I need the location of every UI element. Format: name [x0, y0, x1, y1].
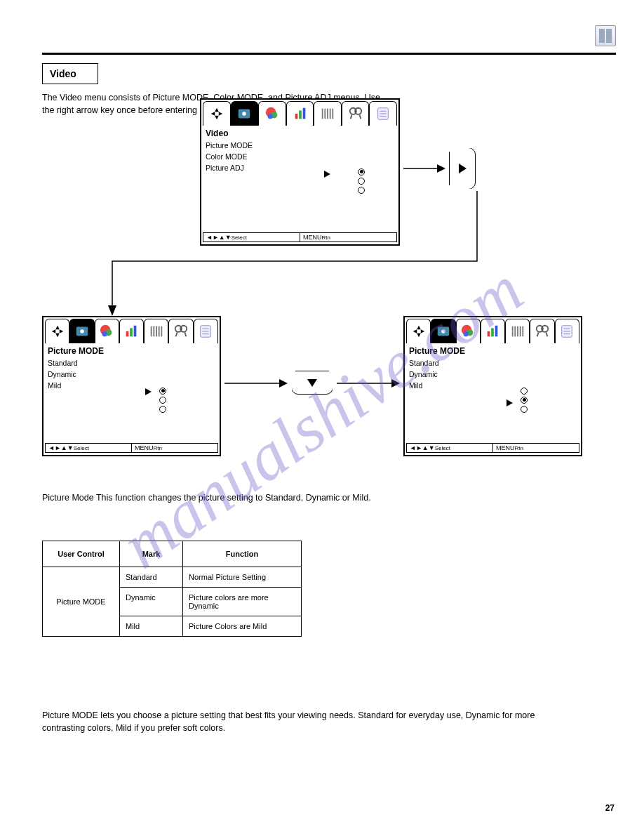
tab-tuning	[144, 319, 168, 343]
svg-marker-24	[437, 164, 445, 173]
menu-screen-sub-right: Picture MODE Standard Dynamic Mild ◄►▲▼ …	[403, 316, 582, 456]
tab-move	[45, 319, 69, 343]
selection-arrow-icon	[507, 399, 513, 406]
svg-rect-39	[153, 326, 154, 337]
footer-right: Rtn	[515, 445, 523, 451]
svg-rect-36	[130, 328, 133, 336]
header-section-icon	[595, 25, 616, 46]
svg-marker-56	[420, 329, 424, 333]
svg-marker-3	[219, 112, 223, 116]
td-func-0: Normal Picture Setting	[183, 567, 302, 588]
main-item-0: Picture MODE	[206, 141, 394, 150]
svg-rect-13	[325, 109, 326, 119]
radio-mild	[159, 406, 166, 413]
right-arrow-key[interactable]	[449, 147, 476, 190]
radio-mild	[521, 406, 528, 413]
svg-rect-35	[126, 331, 129, 336]
tab-color	[258, 101, 286, 126]
header-rule	[42, 53, 616, 55]
tab-setup	[369, 101, 397, 126]
bottom-paragraph: Picture MODE lets you choose a picture s…	[42, 709, 575, 734]
main-item-1: Color MODE	[206, 152, 394, 161]
svg-rect-62	[488, 331, 490, 336]
svg-point-31	[80, 329, 84, 333]
tab-move	[203, 101, 231, 126]
flow-arrow-key-to-right	[337, 376, 400, 392]
svg-rect-42	[161, 326, 162, 337]
svg-point-61	[464, 331, 469, 336]
tab-video-selected	[431, 319, 455, 343]
footer-right: Rtn	[154, 445, 162, 451]
tab-setup	[555, 319, 579, 343]
tab-color	[95, 319, 119, 343]
svg-rect-66	[514, 326, 516, 337]
section-title-text: Video	[50, 68, 76, 79]
svg-point-58	[441, 329, 445, 333]
radio-standard	[159, 388, 166, 395]
svg-rect-40	[156, 326, 157, 337]
flow-arrow-elbow	[98, 191, 491, 319]
footer-left: Select	[435, 445, 450, 451]
tab-video-selected	[69, 319, 94, 343]
svg-rect-63	[492, 328, 495, 336]
svg-marker-28	[51, 329, 55, 333]
svg-rect-16	[333, 109, 334, 119]
td-func-1: Picture colors are more Dynamic	[183, 588, 302, 616]
svg-rect-38	[151, 326, 152, 337]
radio-standard	[521, 388, 528, 395]
svg-rect-65	[512, 326, 514, 337]
svg-marker-1	[215, 116, 219, 120]
svg-marker-55	[412, 329, 417, 333]
th-user-control: User Control	[43, 541, 120, 567]
svg-point-34	[102, 331, 107, 336]
radio-dynamic	[159, 397, 166, 404]
radio-color-mode	[358, 178, 365, 185]
svg-rect-9	[295, 114, 297, 119]
down-arrow-key[interactable]	[291, 371, 333, 395]
svg-marker-54	[417, 333, 421, 338]
main-item-2: Picture ADJ	[206, 164, 394, 172]
menu-screen-sub-left: Picture MODE Standard Dynamic Mild ◄►▲▼ …	[42, 316, 221, 456]
svg-marker-26	[55, 326, 60, 330]
svg-point-8	[268, 114, 273, 119]
tab-color	[456, 319, 481, 343]
radio-picture-mode	[358, 168, 365, 176]
tab-video-selected	[231, 101, 259, 126]
td-control: Picture MODE	[43, 567, 120, 637]
svg-point-5	[243, 112, 247, 116]
th-function: Function	[183, 541, 302, 567]
tab-sound	[530, 319, 554, 343]
tab-tuning	[505, 319, 530, 343]
svg-rect-10	[299, 110, 302, 119]
subright-item-0: Standard	[409, 359, 577, 367]
subleft-item-1: Dynamic	[48, 370, 215, 378]
tab-levels	[286, 101, 314, 126]
tab-levels	[119, 319, 144, 343]
svg-marker-25	[108, 305, 116, 316]
svg-marker-52	[391, 379, 400, 388]
td-mark-1: Dynamic	[120, 588, 183, 616]
svg-marker-50	[279, 379, 288, 388]
settings-table: User Control Mark Function Picture MODE …	[42, 541, 302, 637]
svg-rect-12	[322, 109, 323, 119]
subright-item-2: Mild	[409, 381, 577, 390]
subright-item-1: Dynamic	[409, 370, 577, 378]
selection-arrow-icon	[324, 171, 330, 178]
svg-marker-0	[215, 108, 219, 112]
tab-row	[201, 100, 398, 125]
tab-sound	[342, 101, 370, 126]
svg-marker-27	[55, 333, 60, 338]
td-func-2: Picture Colors are Mild	[183, 616, 302, 637]
selection-arrow-icon	[145, 388, 152, 395]
section-title-box: Video	[42, 63, 98, 84]
tab-move	[406, 319, 431, 343]
svg-rect-68	[520, 326, 521, 337]
svg-marker-2	[211, 112, 215, 116]
svg-rect-41	[159, 326, 160, 337]
subleft-title: Picture MODE	[48, 346, 215, 356]
tab-setup	[194, 319, 218, 343]
subleft-item-0: Standard	[48, 359, 215, 367]
svg-rect-37	[134, 326, 137, 337]
svg-rect-64	[495, 326, 498, 337]
svg-marker-53	[417, 326, 421, 330]
